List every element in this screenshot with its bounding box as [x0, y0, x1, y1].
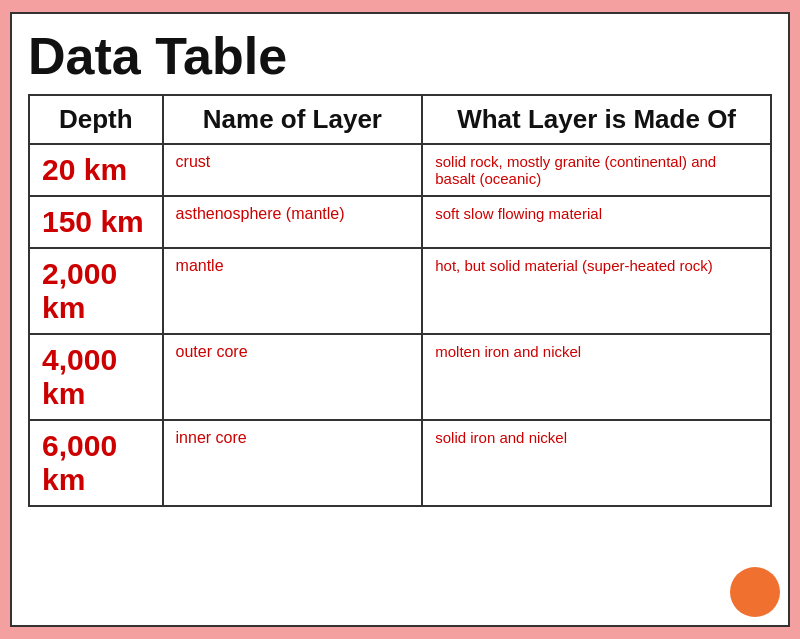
header-name: Name of Layer — [163, 95, 423, 144]
header-depth: Depth — [29, 95, 163, 144]
cell-depth-3: 4,000 km — [29, 334, 163, 420]
cell-name-4: inner core — [163, 420, 423, 506]
cell-depth-2: 2,000 km — [29, 248, 163, 334]
table-row: 150 kmasthenosphere (mantle)soft slow fl… — [29, 196, 771, 248]
cell-name-1: asthenosphere (mantle) — [163, 196, 423, 248]
cell-made-2: hot, but solid material (super-heated ro… — [422, 248, 771, 334]
page-wrapper: Data Table Depth Name of Layer What Laye… — [10, 12, 790, 627]
cell-made-0: solid rock, mostly granite (continental)… — [422, 144, 771, 196]
cell-depth-0: 20 km — [29, 144, 163, 196]
cell-name-0: crust — [163, 144, 423, 196]
data-table: Depth Name of Layer What Layer is Made O… — [28, 94, 772, 507]
cell-name-3: outer core — [163, 334, 423, 420]
cell-made-1: soft slow flowing material — [422, 196, 771, 248]
cell-depth-1: 150 km — [29, 196, 163, 248]
table-header-row: Depth Name of Layer What Layer is Made O… — [29, 95, 771, 144]
header-made: What Layer is Made Of — [422, 95, 771, 144]
table-row: 4,000 kmouter coremolten iron and nickel — [29, 334, 771, 420]
cell-name-2: mantle — [163, 248, 423, 334]
cell-made-4: solid iron and nickel — [422, 420, 771, 506]
table-row: 6,000 kminner coresolid iron and nickel — [29, 420, 771, 506]
table-row: 2,000 kmmantlehot, but solid material (s… — [29, 248, 771, 334]
cell-depth-4: 6,000 km — [29, 420, 163, 506]
page-title: Data Table — [28, 30, 772, 82]
table-row: 20 kmcrustsolid rock, mostly granite (co… — [29, 144, 771, 196]
orange-circle-decoration — [730, 567, 780, 617]
cell-made-3: molten iron and nickel — [422, 334, 771, 420]
